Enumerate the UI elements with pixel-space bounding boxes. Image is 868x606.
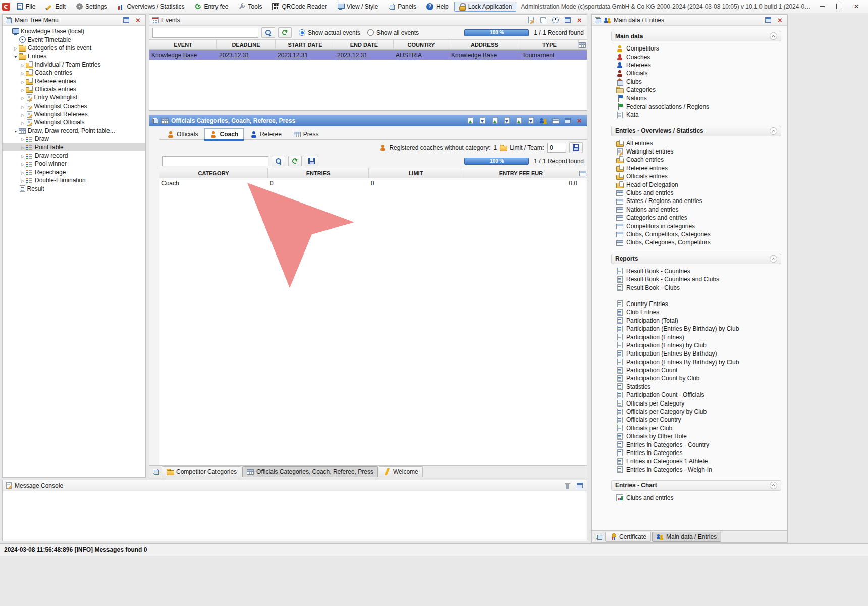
officials-tab[interactable]: Officials [161, 128, 203, 139]
restore-panel-button[interactable] [594, 532, 604, 541]
tree-item[interactable]: Waitinglist Coaches [3, 102, 145, 110]
column-header[interactable]: DEADLINE [217, 40, 276, 49]
section-header[interactable]: Reports [611, 254, 781, 264]
column-settings-icon[interactable] [579, 171, 586, 176]
tree-item[interactable]: Pool winner [3, 160, 145, 168]
menu-item[interactable]: Edit [41, 2, 70, 12]
list-item[interactable]: Kata [616, 111, 781, 119]
column-header[interactable]: ADDRESS [449, 40, 520, 49]
tree-item[interactable]: Categories of this event [3, 44, 145, 52]
tree-item[interactable]: Draw [3, 135, 145, 143]
column-header[interactable]: TYPE [520, 40, 579, 49]
center-tab[interactable]: Welcome [379, 466, 423, 477]
list-item[interactable]: Officials per Country [616, 416, 781, 424]
list-item[interactable]: Participation Count - Officials [616, 391, 781, 399]
list-item[interactable]: Officials [616, 69, 781, 77]
tree-item[interactable]: Officials entries [3, 85, 145, 93]
list-item[interactable]: Result Book - Clubs [616, 283, 781, 291]
list-item[interactable]: Officials per Category by Club [616, 408, 781, 416]
export-button[interactable] [466, 116, 475, 125]
list-item[interactable]: Statistics [616, 383, 781, 391]
officials-tab[interactable]: Press [288, 128, 324, 139]
list-item[interactable]: Waitinglist entries [616, 147, 781, 156]
menu-item[interactable]: File [12, 2, 40, 12]
tree-item[interactable]: Draw record [3, 152, 145, 160]
tree-item[interactable]: Waitinglist Officials [3, 118, 145, 126]
show-actual-events-radio[interactable]: Show actual events [299, 29, 360, 36]
list-item[interactable]: Entries in Categories - Country [616, 440, 781, 448]
column-settings-icon[interactable] [579, 42, 586, 48]
events-search-button[interactable] [261, 27, 275, 38]
list-item[interactable]: Clubs and entries [616, 189, 781, 197]
column-header[interactable]: LIMIT [369, 168, 463, 178]
list-item[interactable]: Categories and entries [616, 214, 781, 222]
show-all-events-radio[interactable]: Show all events [367, 29, 419, 36]
list-item[interactable]: Officials per Category [616, 399, 781, 407]
list-item[interactable]: Clubs, Categories, Competitors [616, 238, 781, 246]
grid-view-button[interactable] [551, 116, 560, 125]
collapse-icon[interactable] [770, 255, 777, 263]
list-item[interactable]: Referees [616, 61, 781, 69]
list-item[interactable]: Competitors in categories [616, 222, 781, 230]
column-header[interactable]: COUNTRY [394, 40, 449, 49]
tree-item[interactable]: Coach entries [3, 69, 145, 77]
close-button[interactable] [848, 1, 865, 12]
list-item[interactable]: Entries in Categories - Weigh-In [616, 466, 781, 474]
tree-item[interactable]: Draw, Draw record, Point table... [3, 127, 145, 135]
tree-item[interactable]: Entry Waitinglist [3, 93, 145, 102]
add-officials-button[interactable] [538, 116, 548, 125]
center-tab[interactable]: Officials Categories, Coach, Referee, Pr… [242, 466, 378, 477]
expander-icon[interactable] [13, 127, 19, 134]
maximize-panel-button[interactable] [563, 116, 572, 125]
list-item[interactable]: Coaches [616, 53, 781, 61]
column-header[interactable]: ENTRY FEE EUR [463, 168, 579, 178]
column-header[interactable]: END DATE [335, 40, 394, 49]
list-item[interactable]: Nations [616, 94, 781, 102]
list-item[interactable]: Officials per Club [616, 424, 781, 432]
maximize-panel-button[interactable] [575, 481, 584, 490]
right-panel-tab[interactable]: Main data / Entries [652, 532, 721, 542]
expander-icon[interactable] [20, 152, 26, 159]
list-item[interactable]: Officials entries [616, 172, 781, 180]
export-list-button[interactable] [514, 116, 524, 125]
list-item[interactable]: Entries in Categories 1 Athlete [616, 457, 781, 465]
right-panel-tab[interactable]: Certificate [605, 532, 651, 542]
list-item[interactable]: Participation (Entries) by Club [616, 341, 781, 349]
expander-icon[interactable] [20, 135, 26, 142]
restore-panel-button[interactable] [151, 468, 160, 476]
import-button[interactable] [478, 116, 487, 125]
list-item[interactable]: All entries [616, 139, 781, 147]
events-refresh-button[interactable] [278, 27, 292, 38]
close-panel-button[interactable] [575, 16, 584, 24]
menu-item[interactable]: Panels [384, 2, 421, 12]
maximize-panel-button[interactable] [121, 16, 131, 24]
collapse-icon[interactable] [770, 32, 777, 40]
list-item[interactable]: Federal associations / Regions [616, 103, 781, 111]
import-categories-button[interactable] [502, 116, 512, 125]
close-panel-button[interactable] [133, 16, 143, 24]
event-row[interactable]: Knowledge Base2023.12.312023.12.312023.1… [149, 50, 587, 60]
list-item[interactable]: Result Book - Countries and Clubs [616, 275, 781, 283]
column-header[interactable]: CATEGORY [159, 168, 268, 178]
maximize-panel-button[interactable] [563, 16, 572, 24]
list-item[interactable]: Participation (Entries) [616, 333, 781, 341]
maximize-panel-button[interactable] [763, 16, 773, 24]
expander-icon[interactable] [20, 86, 26, 93]
tree-item[interactable]: Result [3, 184, 145, 192]
tree-item[interactable]: Entries [3, 52, 145, 60]
minimize-button[interactable] [813, 1, 831, 12]
expander-icon[interactable] [20, 144, 26, 151]
expander-icon[interactable] [20, 61, 26, 68]
list-item[interactable]: Clubs [616, 78, 781, 86]
list-item[interactable]: Officials by Other Role [616, 432, 781, 440]
expander-icon[interactable] [13, 44, 19, 52]
tree-item[interactable]: Knowledge Base (local) [3, 27, 145, 35]
list-item[interactable]: Result Book - Countries [616, 267, 781, 275]
expander-icon[interactable] [20, 69, 26, 76]
expander-icon[interactable] [20, 169, 26, 176]
expander-icon[interactable] [20, 119, 26, 126]
clear-console-button[interactable] [563, 481, 572, 490]
copy-event-button[interactable] [538, 16, 548, 24]
list-item[interactable]: Clubs, Competitors, Categories [616, 230, 781, 238]
limit-team-input[interactable] [547, 143, 566, 153]
